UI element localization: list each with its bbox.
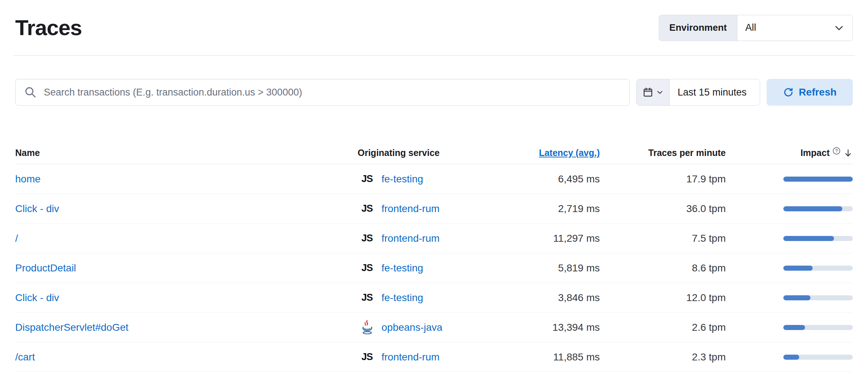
table-row: home JS fe-testing 6,495 ms 17.9 tpm bbox=[15, 164, 853, 194]
service-link[interactable]: opbeans-java bbox=[382, 322, 442, 333]
impact-bar bbox=[783, 295, 853, 300]
impact-bar bbox=[783, 206, 853, 211]
service-link[interactable]: frontend-rum bbox=[382, 351, 439, 363]
impact-bar bbox=[783, 266, 853, 271]
impact-bar-fill bbox=[783, 177, 853, 182]
table-row: Click - div JS fe-testing 3,846 ms 12.0 … bbox=[15, 283, 853, 313]
table-header-row: Name Originating service Latency (avg.) … bbox=[15, 142, 853, 164]
date-range-value[interactable]: Last 15 minutes bbox=[670, 79, 760, 105]
chevron-down-icon bbox=[656, 89, 663, 96]
tpm-value: 12.0 tpm bbox=[600, 292, 726, 304]
javascript-agent-icon: JS bbox=[361, 203, 372, 214]
service-link[interactable]: fe-testing bbox=[382, 292, 423, 304]
javascript-agent-icon: JS bbox=[361, 292, 372, 303]
search-icon bbox=[24, 86, 37, 98]
latency-value: 5,819 ms bbox=[518, 262, 600, 274]
date-picker[interactable]: Last 15 minutes bbox=[636, 79, 760, 106]
javascript-agent-icon: JS bbox=[361, 173, 372, 185]
impact-bar-fill bbox=[783, 266, 813, 271]
javascript-agent-icon: JS bbox=[361, 351, 372, 363]
sort-descending-arrow-icon bbox=[843, 148, 853, 158]
page-header: Traces Environment All bbox=[0, 0, 868, 55]
tpm-value: 8.6 tpm bbox=[600, 262, 726, 274]
transaction-name-link[interactable]: home bbox=[15, 173, 41, 185]
service-link[interactable]: frontend-rum bbox=[382, 233, 439, 244]
impact-bar bbox=[783, 355, 853, 360]
tpm-value: 7.5 tpm bbox=[600, 233, 726, 244]
impact-bar bbox=[783, 177, 853, 182]
latency-value: 11,885 ms bbox=[518, 351, 600, 363]
page-title: Traces bbox=[15, 15, 82, 40]
transaction-name-link[interactable]: / bbox=[15, 233, 18, 244]
question-mark-icon[interactable]: ? bbox=[833, 147, 840, 155]
service-link[interactable]: fe-testing bbox=[382, 262, 423, 274]
calendar-icon bbox=[642, 87, 653, 98]
column-header-service: Originating service bbox=[358, 148, 518, 158]
latency-value: 3,846 ms bbox=[518, 292, 600, 304]
transaction-name-link[interactable]: Click - div bbox=[15, 292, 59, 303]
traces-table: Name Originating service Latency (avg.) … bbox=[15, 142, 853, 372]
transaction-name-link[interactable]: /cart bbox=[15, 351, 35, 363]
table-row: /cart JS frontend-rum 11,885 ms 2.3 tpm bbox=[15, 342, 853, 372]
impact-bar-fill bbox=[783, 295, 810, 300]
javascript-agent-icon: JS bbox=[361, 262, 372, 274]
header-divider bbox=[13, 55, 855, 56]
latency-value: 11,297 ms bbox=[518, 233, 600, 244]
service-link[interactable]: fe-testing bbox=[382, 173, 423, 185]
column-header-latency[interactable]: Latency (avg.) bbox=[539, 148, 600, 158]
latency-value: 13,394 ms bbox=[518, 322, 600, 333]
search-box[interactable] bbox=[15, 79, 630, 106]
transaction-name-link[interactable]: Click - div bbox=[15, 203, 59, 214]
chevron-down-icon bbox=[834, 22, 844, 33]
impact-bar bbox=[783, 325, 853, 330]
transaction-name-link[interactable]: ProductDetail bbox=[15, 262, 76, 274]
table-row: DispatcherServlet#doGet opbeans-java 13,… bbox=[15, 313, 853, 342]
table-body: home JS fe-testing 6,495 ms 17.9 tpm bbox=[15, 164, 853, 372]
column-header-tpm: Traces per minute bbox=[600, 148, 726, 158]
tpm-value: 2.3 tpm bbox=[600, 351, 726, 363]
table-row: Click - div JS frontend-rum 2,719 ms 36.… bbox=[15, 194, 853, 224]
search-input[interactable] bbox=[43, 86, 621, 98]
environment-value: All bbox=[745, 22, 756, 33]
tpm-value: 36.0 tpm bbox=[600, 203, 726, 215]
refresh-button[interactable]: Refresh bbox=[767, 79, 853, 106]
tpm-value: 17.9 tpm bbox=[600, 173, 726, 185]
transaction-name-link[interactable]: DispatcherServlet#doGet bbox=[15, 322, 128, 333]
environment-label: Environment bbox=[659, 15, 737, 41]
table-row: ProductDetail JS fe-testing 5,819 ms 8.6… bbox=[15, 253, 853, 283]
impact-bar-fill bbox=[783, 355, 799, 360]
impact-bar-fill bbox=[783, 206, 842, 211]
impact-bar-fill bbox=[783, 325, 805, 330]
environment-filter[interactable]: Environment All bbox=[659, 15, 853, 41]
java-agent-icon bbox=[360, 320, 374, 335]
latency-value: 2,719 ms bbox=[518, 203, 600, 215]
impact-header-label: Impact bbox=[800, 148, 830, 158]
column-header-impact[interactable]: Impact ? bbox=[726, 147, 853, 159]
table-row: / JS frontend-rum 11,297 ms 7.5 tpm bbox=[15, 224, 853, 253]
environment-select[interactable]: All bbox=[737, 15, 852, 41]
impact-bar bbox=[783, 236, 853, 241]
impact-bar-fill bbox=[783, 236, 834, 241]
latency-value: 6,495 ms bbox=[518, 173, 600, 185]
tpm-value: 2.6 tpm bbox=[600, 322, 726, 333]
service-link[interactable]: frontend-rum bbox=[382, 203, 439, 215]
column-header-name: Name bbox=[15, 148, 358, 158]
refresh-label: Refresh bbox=[799, 86, 837, 98]
date-quick-select-button[interactable] bbox=[637, 79, 670, 105]
svg-text:?: ? bbox=[835, 148, 838, 153]
refresh-icon bbox=[783, 87, 794, 98]
controls-bar: Last 15 minutes Refresh bbox=[15, 79, 853, 106]
javascript-agent-icon: JS bbox=[361, 233, 372, 244]
